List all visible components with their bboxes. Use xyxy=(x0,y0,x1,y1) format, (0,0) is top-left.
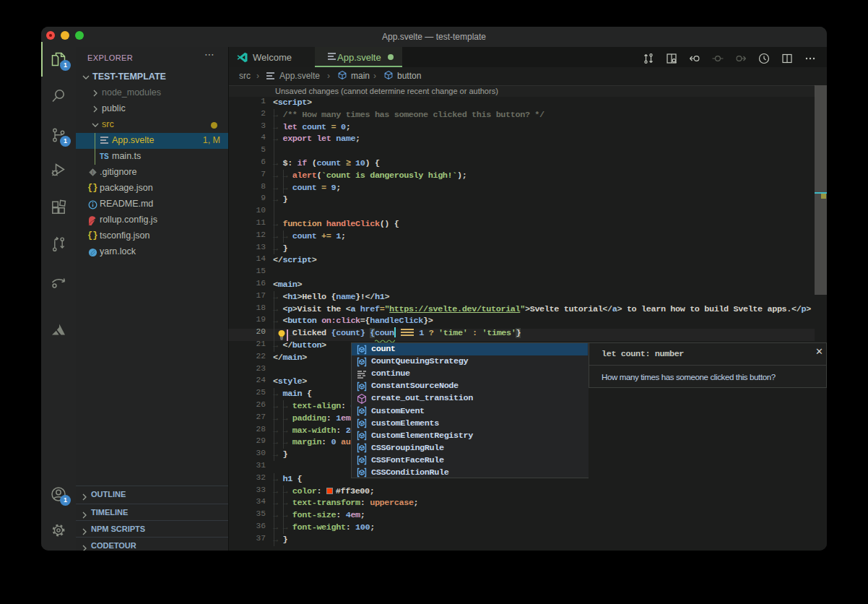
svg-text:i: i xyxy=(92,170,93,175)
